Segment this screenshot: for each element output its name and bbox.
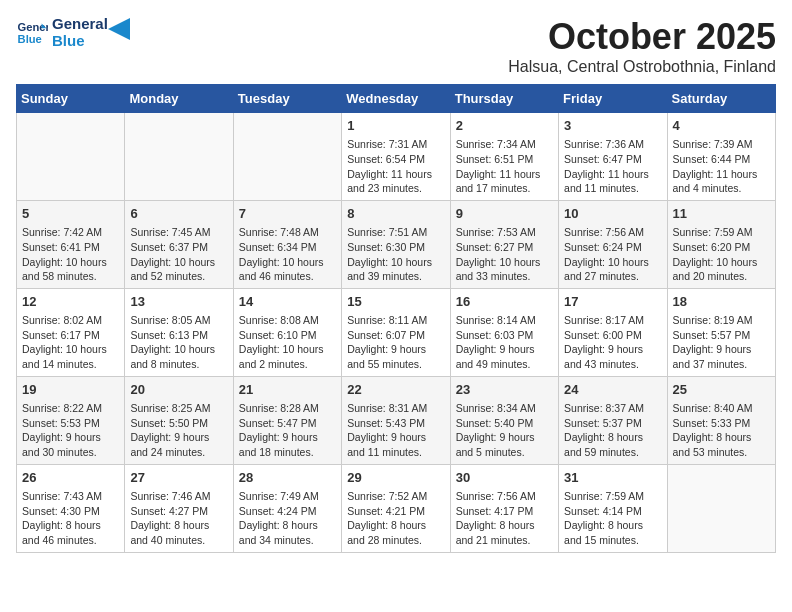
day-info: Sunrise: 8:40 AM Sunset: 5:33 PM Dayligh… — [673, 401, 770, 460]
calendar-cell: 23Sunrise: 8:34 AM Sunset: 5:40 PM Dayli… — [450, 376, 558, 464]
day-info: Sunrise: 7:56 AM Sunset: 6:24 PM Dayligh… — [564, 225, 661, 284]
day-info: Sunrise: 7:59 AM Sunset: 6:20 PM Dayligh… — [673, 225, 770, 284]
calendar-cell: 11Sunrise: 7:59 AM Sunset: 6:20 PM Dayli… — [667, 200, 775, 288]
day-number: 6 — [130, 205, 227, 223]
day-info: Sunrise: 7:39 AM Sunset: 6:44 PM Dayligh… — [673, 137, 770, 196]
day-number: 27 — [130, 469, 227, 487]
day-number: 15 — [347, 293, 444, 311]
day-info: Sunrise: 7:48 AM Sunset: 6:34 PM Dayligh… — [239, 225, 336, 284]
weekday-header-row: SundayMondayTuesdayWednesdayThursdayFrid… — [17, 85, 776, 113]
day-info: Sunrise: 7:53 AM Sunset: 6:27 PM Dayligh… — [456, 225, 553, 284]
day-info: Sunrise: 8:08 AM Sunset: 6:10 PM Dayligh… — [239, 313, 336, 372]
day-number: 25 — [673, 381, 770, 399]
calendar-cell: 29Sunrise: 7:52 AM Sunset: 4:21 PM Dayli… — [342, 464, 450, 552]
day-number: 21 — [239, 381, 336, 399]
day-info: Sunrise: 8:14 AM Sunset: 6:03 PM Dayligh… — [456, 313, 553, 372]
calendar-cell: 3Sunrise: 7:36 AM Sunset: 6:47 PM Daylig… — [559, 113, 667, 201]
calendar-cell: 17Sunrise: 8:17 AM Sunset: 6:00 PM Dayli… — [559, 288, 667, 376]
day-info: Sunrise: 7:34 AM Sunset: 6:51 PM Dayligh… — [456, 137, 553, 196]
day-info: Sunrise: 7:52 AM Sunset: 4:21 PM Dayligh… — [347, 489, 444, 548]
day-info: Sunrise: 7:45 AM Sunset: 6:37 PM Dayligh… — [130, 225, 227, 284]
day-number: 28 — [239, 469, 336, 487]
calendar-cell — [667, 464, 775, 552]
calendar-cell — [125, 113, 233, 201]
logo-blue: Blue — [52, 33, 108, 50]
weekday-header-tuesday: Tuesday — [233, 85, 341, 113]
calendar-cell: 13Sunrise: 8:05 AM Sunset: 6:13 PM Dayli… — [125, 288, 233, 376]
day-number: 1 — [347, 117, 444, 135]
day-number: 26 — [22, 469, 119, 487]
day-number: 17 — [564, 293, 661, 311]
calendar-cell: 19Sunrise: 8:22 AM Sunset: 5:53 PM Dayli… — [17, 376, 125, 464]
day-number: 4 — [673, 117, 770, 135]
calendar-cell: 16Sunrise: 8:14 AM Sunset: 6:03 PM Dayli… — [450, 288, 558, 376]
day-number: 9 — [456, 205, 553, 223]
day-info: Sunrise: 8:19 AM Sunset: 5:57 PM Dayligh… — [673, 313, 770, 372]
header: General Blue General Blue October 2025 H… — [16, 16, 776, 76]
calendar-cell: 9Sunrise: 7:53 AM Sunset: 6:27 PM Daylig… — [450, 200, 558, 288]
logo-icon: General Blue — [16, 17, 48, 49]
calendar-body: 1Sunrise: 7:31 AM Sunset: 6:54 PM Daylig… — [17, 113, 776, 553]
calendar-cell: 5Sunrise: 7:42 AM Sunset: 6:41 PM Daylig… — [17, 200, 125, 288]
calendar-cell: 30Sunrise: 7:56 AM Sunset: 4:17 PM Dayli… — [450, 464, 558, 552]
calendar-week-row: 1Sunrise: 7:31 AM Sunset: 6:54 PM Daylig… — [17, 113, 776, 201]
logo: General Blue General Blue — [16, 16, 130, 49]
weekday-header-thursday: Thursday — [450, 85, 558, 113]
day-info: Sunrise: 8:31 AM Sunset: 5:43 PM Dayligh… — [347, 401, 444, 460]
calendar-cell: 18Sunrise: 8:19 AM Sunset: 5:57 PM Dayli… — [667, 288, 775, 376]
weekday-header-saturday: Saturday — [667, 85, 775, 113]
day-number: 7 — [239, 205, 336, 223]
day-info: Sunrise: 7:43 AM Sunset: 4:30 PM Dayligh… — [22, 489, 119, 548]
day-info: Sunrise: 7:59 AM Sunset: 4:14 PM Dayligh… — [564, 489, 661, 548]
calendar-cell: 31Sunrise: 7:59 AM Sunset: 4:14 PM Dayli… — [559, 464, 667, 552]
day-info: Sunrise: 7:36 AM Sunset: 6:47 PM Dayligh… — [564, 137, 661, 196]
day-info: Sunrise: 7:31 AM Sunset: 6:54 PM Dayligh… — [347, 137, 444, 196]
day-number: 14 — [239, 293, 336, 311]
day-info: Sunrise: 8:11 AM Sunset: 6:07 PM Dayligh… — [347, 313, 444, 372]
calendar-cell: 2Sunrise: 7:34 AM Sunset: 6:51 PM Daylig… — [450, 113, 558, 201]
day-number: 24 — [564, 381, 661, 399]
day-number: 12 — [22, 293, 119, 311]
day-number: 13 — [130, 293, 227, 311]
day-number: 10 — [564, 205, 661, 223]
day-number: 2 — [456, 117, 553, 135]
calendar-cell: 20Sunrise: 8:25 AM Sunset: 5:50 PM Dayli… — [125, 376, 233, 464]
calendar-cell: 28Sunrise: 7:49 AM Sunset: 4:24 PM Dayli… — [233, 464, 341, 552]
day-info: Sunrise: 8:17 AM Sunset: 6:00 PM Dayligh… — [564, 313, 661, 372]
logo-arrow-icon — [108, 18, 130, 40]
calendar-cell: 8Sunrise: 7:51 AM Sunset: 6:30 PM Daylig… — [342, 200, 450, 288]
calendar-cell: 14Sunrise: 8:08 AM Sunset: 6:10 PM Dayli… — [233, 288, 341, 376]
day-info: Sunrise: 8:37 AM Sunset: 5:37 PM Dayligh… — [564, 401, 661, 460]
calendar-cell: 27Sunrise: 7:46 AM Sunset: 4:27 PM Dayli… — [125, 464, 233, 552]
weekday-header-wednesday: Wednesday — [342, 85, 450, 113]
day-number: 19 — [22, 381, 119, 399]
weekday-header-friday: Friday — [559, 85, 667, 113]
day-info: Sunrise: 8:22 AM Sunset: 5:53 PM Dayligh… — [22, 401, 119, 460]
calendar-cell: 25Sunrise: 8:40 AM Sunset: 5:33 PM Dayli… — [667, 376, 775, 464]
calendar-cell: 6Sunrise: 7:45 AM Sunset: 6:37 PM Daylig… — [125, 200, 233, 288]
day-info: Sunrise: 7:51 AM Sunset: 6:30 PM Dayligh… — [347, 225, 444, 284]
calendar-cell — [17, 113, 125, 201]
calendar-cell: 15Sunrise: 8:11 AM Sunset: 6:07 PM Dayli… — [342, 288, 450, 376]
calendar-cell: 4Sunrise: 7:39 AM Sunset: 6:44 PM Daylig… — [667, 113, 775, 201]
title-area: October 2025 Halsua, Central Ostrobothni… — [508, 16, 776, 76]
day-number: 16 — [456, 293, 553, 311]
day-info: Sunrise: 8:05 AM Sunset: 6:13 PM Dayligh… — [130, 313, 227, 372]
day-number: 31 — [564, 469, 661, 487]
calendar-cell: 26Sunrise: 7:43 AM Sunset: 4:30 PM Dayli… — [17, 464, 125, 552]
calendar-cell: 22Sunrise: 8:31 AM Sunset: 5:43 PM Dayli… — [342, 376, 450, 464]
weekday-header-sunday: Sunday — [17, 85, 125, 113]
day-number: 11 — [673, 205, 770, 223]
day-number: 29 — [347, 469, 444, 487]
calendar-cell: 21Sunrise: 8:28 AM Sunset: 5:47 PM Dayli… — [233, 376, 341, 464]
day-info: Sunrise: 7:46 AM Sunset: 4:27 PM Dayligh… — [130, 489, 227, 548]
calendar-week-row: 5Sunrise: 7:42 AM Sunset: 6:41 PM Daylig… — [17, 200, 776, 288]
day-info: Sunrise: 8:28 AM Sunset: 5:47 PM Dayligh… — [239, 401, 336, 460]
day-info: Sunrise: 8:25 AM Sunset: 5:50 PM Dayligh… — [130, 401, 227, 460]
day-info: Sunrise: 7:49 AM Sunset: 4:24 PM Dayligh… — [239, 489, 336, 548]
calendar-header: SundayMondayTuesdayWednesdayThursdayFrid… — [17, 85, 776, 113]
month-title: October 2025 — [508, 16, 776, 58]
day-number: 30 — [456, 469, 553, 487]
day-info: Sunrise: 8:02 AM Sunset: 6:17 PM Dayligh… — [22, 313, 119, 372]
calendar-cell: 1Sunrise: 7:31 AM Sunset: 6:54 PM Daylig… — [342, 113, 450, 201]
